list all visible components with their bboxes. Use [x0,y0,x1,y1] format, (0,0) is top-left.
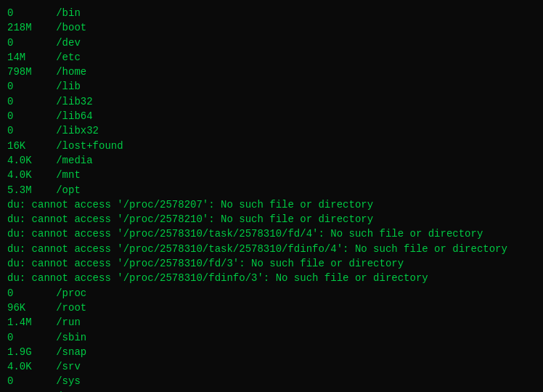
output-line: 56K /tmp [7,389,536,392]
output-line: 0 /lib32 [7,94,536,109]
output-line: 0 /lib [7,79,536,94]
output-line: 0 /bin [7,6,536,20]
output-line: 0 /libx32 [7,123,536,138]
output-line: 14M /etc [7,50,536,65]
output-line: du: cannot access '/proc/2578310/fd/3': … [7,256,536,271]
output-line: 218M /boot [7,20,536,35]
output-line: 0 /dev [7,36,536,50]
output-line: 4.0K /srv [7,359,536,374]
output-line: 4.0K /mnt [7,168,536,182]
output-line: 798M /home [7,65,536,79]
output-line: 1.9G /snap [7,345,536,359]
output-line: du: cannot access '/proc/2578310/task/25… [7,226,536,241]
output-line: 96K /root [7,301,536,315]
output-area: 0 /bin218M /boot0 /dev14M /etc798M /home… [7,6,536,392]
output-line: du: cannot access '/proc/2578210': No su… [7,212,536,226]
output-line: 16K /lost+found [7,139,536,153]
output-line: 4.0K /media [7,153,536,168]
output-line: du: cannot access '/proc/2578207': No su… [7,197,536,212]
output-line: du: cannot access '/proc/2578310/task/25… [7,242,536,256]
output-line: 0 /proc [7,286,536,301]
terminal: 0 /bin218M /boot0 /dev14M /etc798M /home… [0,0,543,392]
output-line: 1.4M /run [7,315,536,330]
output-line: 0 /lib64 [7,109,536,123]
output-line: 0 /sbin [7,330,536,345]
output-line: 0 /sys [7,374,536,388]
output-line: du: cannot access '/proc/2578310/fdinfo/… [7,271,536,285]
output-line: 5.3M /opt [7,183,536,197]
